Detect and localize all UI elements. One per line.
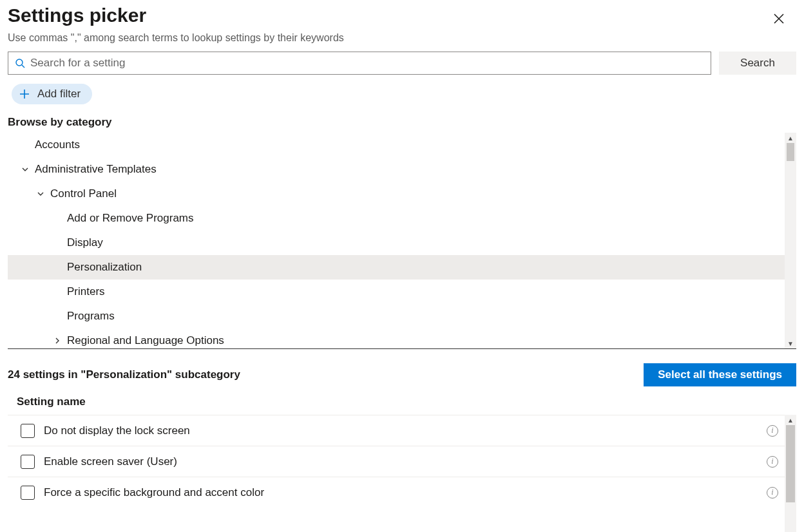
search-button[interactable]: Search xyxy=(719,52,796,75)
tree-item-regional-language-options[interactable]: Regional and Language Options xyxy=(8,328,787,348)
tree-label: Administrative Templates xyxy=(35,163,157,176)
tree-label: Printers xyxy=(67,285,105,298)
row-checkbox[interactable] xyxy=(21,455,35,469)
close-icon xyxy=(774,14,784,24)
plus-icon xyxy=(19,89,30,99)
chevron-right-icon[interactable] xyxy=(52,337,63,345)
tree-label: Add or Remove Programs xyxy=(67,212,194,225)
results-count: 24 settings in "Personalization" subcate… xyxy=(8,368,240,381)
setting-row[interactable]: Force a specific background and accent c… xyxy=(8,477,785,508)
setting-name: Force a specific background and accent c… xyxy=(44,486,264,499)
search-input[interactable] xyxy=(30,57,704,70)
tree-label: Display xyxy=(67,236,103,249)
tree-label: Personalization xyxy=(67,261,142,274)
browse-heading: Browse by category xyxy=(8,116,796,129)
add-filter-label: Add filter xyxy=(37,88,81,100)
page-title: Settings picker xyxy=(8,4,146,27)
tree-item-administrative-templates[interactable]: Administrative Templates xyxy=(8,157,787,182)
category-tree: Accounts Administrative Templates Contro… xyxy=(8,133,796,349)
setting-row[interactable]: Enable screen saver (User) i xyxy=(8,446,785,477)
chevron-down-icon[interactable] xyxy=(19,166,31,173)
svg-line-1 xyxy=(22,65,24,68)
tree-label: Regional and Language Options xyxy=(67,334,224,347)
row-checkbox[interactable] xyxy=(21,486,35,500)
info-icon[interactable]: i xyxy=(767,425,778,437)
chevron-down-icon[interactable] xyxy=(35,190,46,198)
setting-row[interactable]: Do not display the lock screen i xyxy=(8,415,785,446)
setting-name: Do not display the lock screen xyxy=(44,424,190,437)
row-checkbox[interactable] xyxy=(21,424,35,438)
tree-label: Accounts xyxy=(35,138,80,151)
tree-scrollbar[interactable]: ▲ ▼ xyxy=(785,133,796,348)
tree-item-programs[interactable]: Programs xyxy=(8,304,787,328)
tree-item-printers[interactable]: Printers xyxy=(8,280,787,304)
close-button[interactable] xyxy=(768,8,790,30)
select-all-button[interactable]: Select all these settings xyxy=(644,363,796,386)
add-filter-button[interactable]: Add filter xyxy=(12,84,92,104)
tree-item-control-panel[interactable]: Control Panel xyxy=(8,182,787,206)
page-subtitle: Use commas "," among search terms to loo… xyxy=(8,32,796,44)
column-header-setting-name[interactable]: Setting name xyxy=(8,386,796,415)
tree-item-display[interactable]: Display xyxy=(8,231,787,255)
svg-point-0 xyxy=(16,59,23,66)
tree-item-add-remove-programs[interactable]: Add or Remove Programs xyxy=(8,206,787,231)
scroll-thumb[interactable] xyxy=(787,143,794,161)
info-icon[interactable]: i xyxy=(767,456,778,468)
grid-scrollbar[interactable]: ▲ ▼ xyxy=(785,415,796,532)
scroll-up-arrow-icon[interactable]: ▲ xyxy=(785,133,796,143)
tree-label: Programs xyxy=(67,310,115,323)
settings-grid: Do not display the lock screen i Enable … xyxy=(8,415,796,532)
tree-label: Control Panel xyxy=(50,187,117,200)
search-icon xyxy=(15,58,25,68)
scroll-down-arrow-icon[interactable]: ▼ xyxy=(785,338,796,348)
tree-item-personalization[interactable]: Personalization xyxy=(8,255,787,280)
info-icon[interactable]: i xyxy=(767,487,778,499)
tree-item-accounts[interactable]: Accounts xyxy=(8,133,787,157)
scroll-up-arrow-icon[interactable]: ▲ xyxy=(785,415,796,425)
scroll-thumb[interactable] xyxy=(786,425,795,502)
setting-name: Enable screen saver (User) xyxy=(44,455,177,468)
search-box[interactable] xyxy=(8,52,711,75)
